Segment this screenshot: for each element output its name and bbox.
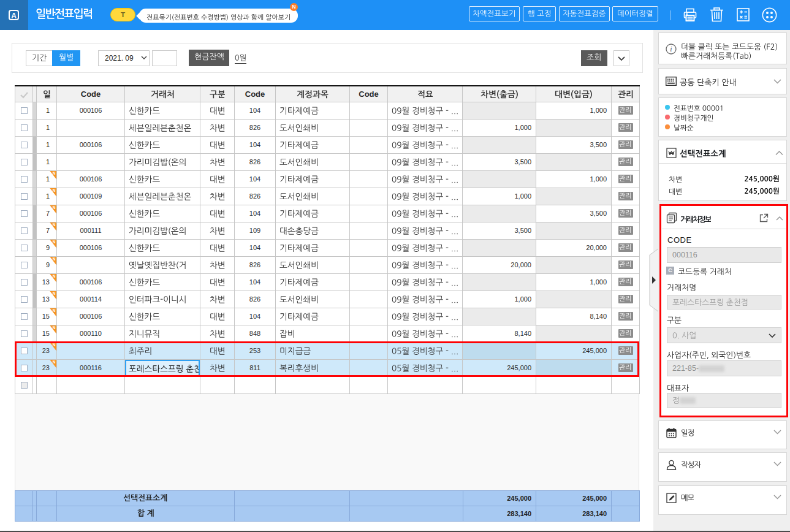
svg-text:i: i	[670, 45, 672, 53]
